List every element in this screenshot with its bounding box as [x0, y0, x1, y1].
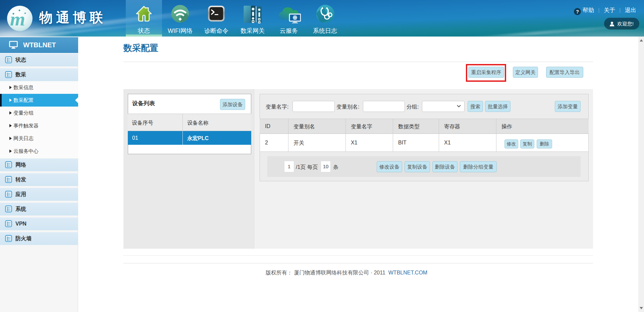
svg-text:m: m	[10, 8, 25, 30]
